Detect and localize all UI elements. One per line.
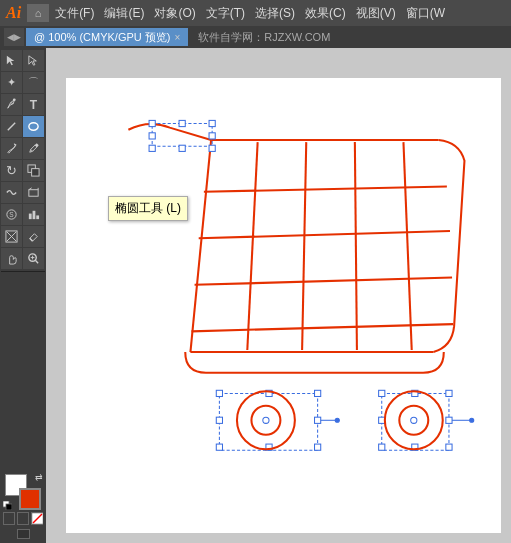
svg-rect-70	[179, 145, 185, 151]
type-tool[interactable]: T	[23, 94, 44, 115]
select-tool[interactable]	[1, 50, 22, 71]
svg-line-17	[35, 260, 38, 263]
svg-line-27	[247, 142, 257, 350]
document-tab[interactable]: @ 100% (CMYK/GPU 预览) ×	[26, 28, 188, 46]
tool-row-8: S	[1, 204, 45, 225]
stroke-color[interactable]	[19, 488, 41, 510]
tool-row-2: ✦ ⌒	[1, 72, 45, 93]
zoom-tool[interactable]	[23, 248, 44, 269]
menu-file[interactable]: 文件(F)	[55, 5, 94, 22]
svg-line-33	[195, 278, 452, 285]
left-wheel-selection	[216, 390, 339, 450]
color-mode-row	[3, 512, 43, 525]
tool-row-10	[1, 248, 45, 269]
fill-stroke-area: ⇄	[5, 474, 41, 510]
svg-rect-48	[379, 390, 385, 396]
svg-rect-71	[209, 145, 215, 151]
eraser-tool[interactable]	[23, 226, 44, 247]
rotate-tool[interactable]: ↻	[1, 160, 22, 181]
menu-select[interactable]: 选择(S)	[255, 5, 295, 22]
svg-rect-66	[209, 120, 215, 126]
svg-rect-3	[35, 143, 39, 147]
tool-row-4	[1, 116, 45, 137]
svg-rect-65	[179, 120, 185, 126]
site-label: 软件自学网：RJZXW.COM	[198, 30, 330, 45]
color-mode-fill[interactable]	[3, 512, 15, 525]
svg-line-28	[302, 142, 306, 350]
magic-wand-tool[interactable]: ✦	[1, 72, 22, 93]
svg-rect-52	[446, 417, 452, 423]
svg-line-31	[204, 187, 447, 192]
menu-view[interactable]: 视图(V)	[356, 5, 396, 22]
menu-effect[interactable]: 效果(C)	[305, 5, 346, 22]
svg-rect-38	[315, 390, 321, 396]
ellipse-tool[interactable]	[23, 116, 44, 137]
line-tool[interactable]	[1, 116, 22, 137]
pencil-tool[interactable]	[23, 138, 44, 159]
screen-mode-row	[3, 529, 43, 539]
svg-line-34	[191, 324, 453, 331]
column-graph-tool[interactable]	[23, 204, 44, 225]
hand-tool[interactable]	[1, 248, 22, 269]
svg-rect-68	[209, 133, 215, 139]
menu-edit[interactable]: 编辑(E)	[104, 5, 144, 22]
svg-rect-36	[216, 390, 222, 396]
svg-rect-11	[29, 214, 32, 220]
menu-window[interactable]: 窗口(W	[406, 5, 445, 22]
svg-rect-13	[36, 215, 39, 219]
tool-row-9	[1, 226, 45, 247]
svg-rect-21	[6, 504, 12, 510]
svg-rect-69	[149, 145, 155, 151]
svg-line-15	[30, 238, 33, 241]
tool-row-3: T	[1, 94, 45, 115]
svg-rect-53	[379, 444, 385, 450]
scale-tool[interactable]	[23, 160, 44, 181]
svg-point-58	[470, 418, 474, 422]
svg-rect-55	[446, 444, 452, 450]
svg-point-46	[335, 418, 339, 422]
tab-label: @ 100% (CMYK/GPU 预览)	[34, 30, 170, 45]
tooltip: 椭圆工具 (L)	[108, 196, 188, 221]
slice-tool[interactable]	[1, 226, 22, 247]
svg-rect-64	[149, 120, 155, 126]
svg-rect-41	[216, 444, 222, 450]
color-mode-none[interactable]	[31, 512, 43, 525]
artwork-canvas	[66, 78, 501, 533]
svg-point-44	[263, 417, 269, 423]
tab-close[interactable]: ×	[174, 32, 180, 43]
panel-toggle[interactable]: ◀▶	[4, 28, 24, 46]
svg-rect-50	[446, 390, 452, 396]
color-section: ⇄	[1, 470, 45, 541]
svg-rect-12	[33, 211, 36, 219]
tool-row-1	[1, 50, 45, 71]
tool-row-5	[1, 138, 45, 159]
canvas-document[interactable]	[66, 78, 501, 533]
direct-select-tool[interactable]	[23, 50, 44, 71]
screen-mode-btn[interactable]	[17, 529, 30, 539]
warp-tool[interactable]	[1, 182, 22, 203]
paintbrush-tool[interactable]	[1, 138, 22, 159]
home-button[interactable]: ⌂	[27, 4, 49, 22]
free-transform-tool[interactable]	[23, 182, 44, 203]
tool-row-6: ↻	[1, 160, 45, 181]
app-logo: Ai	[6, 4, 21, 22]
svg-line-30	[403, 142, 411, 350]
menu-object[interactable]: 对象(O)	[154, 5, 195, 22]
menu-text[interactable]: 文字(T)	[206, 5, 245, 22]
pen-tool[interactable]	[1, 94, 22, 115]
svg-line-29	[355, 142, 357, 350]
menu-bar-items: 文件(F) 编辑(E) 对象(O) 文字(T) 选择(S) 效果(C) 视图(V…	[55, 5, 445, 22]
svg-rect-6	[29, 190, 38, 197]
tab-bar: ◀▶ @ 100% (CMYK/GPU 预览) × 软件自学网：RJZXW.CO…	[0, 26, 511, 48]
color-mode-stroke[interactable]	[17, 512, 29, 525]
svg-line-25	[190, 140, 211, 352]
swap-colors-icon[interactable]: ⇄	[35, 472, 43, 482]
reset-colors-icon[interactable]	[3, 501, 12, 512]
symbol-tool[interactable]: S	[1, 204, 22, 225]
svg-rect-39	[216, 417, 222, 423]
svg-rect-43	[315, 444, 321, 450]
toolbar-separator	[1, 271, 45, 272]
lasso-tool[interactable]: ⌒	[23, 72, 44, 93]
svg-text:S: S	[9, 211, 14, 218]
svg-rect-67	[149, 133, 155, 139]
